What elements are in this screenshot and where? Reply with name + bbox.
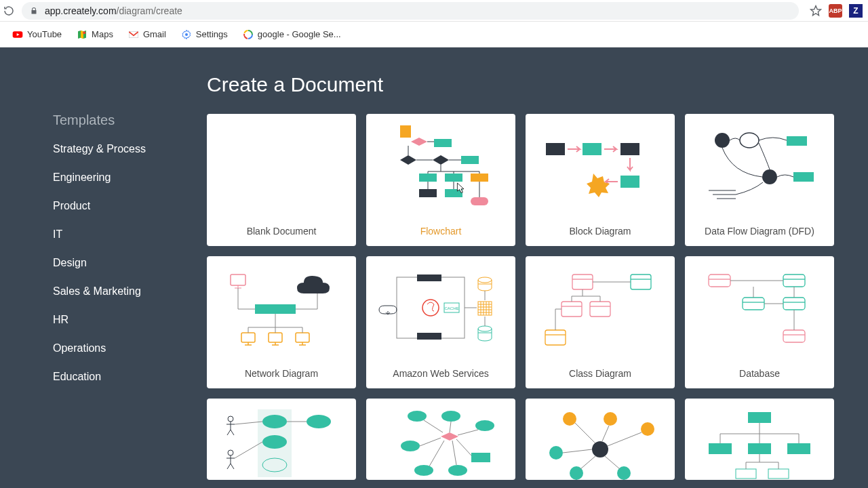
extension-z-icon[interactable]: Z bbox=[849, 4, 863, 18]
svg-point-7 bbox=[185, 33, 188, 36]
svg-rect-94 bbox=[572, 274, 593, 289]
template-card[interactable] bbox=[207, 399, 356, 480]
reload-icon[interactable] bbox=[3, 5, 15, 17]
svg-point-151 bbox=[414, 465, 433, 476]
svg-point-139 bbox=[262, 435, 287, 449]
template-card[interactable] bbox=[366, 399, 515, 480]
svg-line-170 bbox=[563, 449, 592, 453]
svg-line-136 bbox=[227, 464, 231, 469]
svg-rect-80 bbox=[478, 302, 492, 315]
template-network-diagram[interactable]: Network Diagram bbox=[207, 256, 356, 388]
svg-rect-107 bbox=[545, 330, 566, 345]
sidebar-item-operations[interactable]: Operations bbox=[53, 342, 193, 354]
template-label: Amazon Web Services bbox=[366, 361, 515, 388]
svg-rect-183 bbox=[768, 469, 789, 479]
sidebar-item-hr[interactable]: HR bbox=[53, 314, 193, 326]
svg-rect-173 bbox=[748, 412, 771, 423]
svg-rect-175 bbox=[748, 443, 771, 454]
sidebar-item-it[interactable]: IT bbox=[53, 228, 193, 241]
sidebar-item-education[interactable]: Education bbox=[53, 371, 193, 383]
page-title: Create a Document bbox=[207, 73, 833, 96]
svg-rect-18 bbox=[461, 156, 479, 164]
thumb-network bbox=[207, 256, 356, 361]
bookmark-google[interactable]: google - Google Se... bbox=[243, 29, 341, 40]
bookmark-settings[interactable]: Settings bbox=[181, 29, 228, 40]
svg-rect-23 bbox=[419, 174, 437, 182]
svg-line-171 bbox=[580, 456, 595, 469]
svg-point-43 bbox=[740, 133, 759, 148]
template-dfd[interactable]: Data Flow Diagram (DFD) bbox=[685, 114, 834, 246]
svg-line-155 bbox=[458, 430, 478, 435]
svg-rect-176 bbox=[787, 443, 810, 454]
svg-text:CACHE: CACHE bbox=[444, 306, 458, 310]
sidebar-item-strategy[interactable]: Strategy & Process bbox=[53, 143, 193, 155]
svg-marker-148 bbox=[441, 432, 458, 441]
svg-point-145 bbox=[408, 411, 427, 422]
svg-line-132 bbox=[231, 430, 234, 435]
template-blank-document[interactable]: Blank Document bbox=[207, 114, 356, 246]
thumb-dfd bbox=[685, 114, 834, 219]
svg-rect-40 bbox=[620, 176, 639, 188]
svg-marker-17 bbox=[433, 155, 449, 165]
google-icon bbox=[243, 29, 254, 40]
svg-marker-0 bbox=[811, 5, 821, 15]
svg-line-167 bbox=[575, 423, 595, 443]
svg-rect-38 bbox=[583, 143, 601, 155]
svg-line-168 bbox=[602, 426, 609, 441]
svg-rect-31 bbox=[419, 189, 437, 197]
svg-rect-39 bbox=[620, 143, 639, 155]
bookmark-gmail[interactable]: Gmail bbox=[128, 29, 166, 40]
svg-rect-37 bbox=[546, 143, 565, 155]
svg-rect-24 bbox=[445, 174, 462, 182]
bookmark-star-icon[interactable] bbox=[810, 5, 822, 17]
thumb-usecase bbox=[207, 399, 356, 487]
sidebar-heading: Templates bbox=[53, 113, 193, 128]
svg-rect-98 bbox=[561, 302, 582, 317]
url-text: app.creately.com/diagram/create bbox=[45, 5, 182, 16]
sidebar-item-sales[interactable]: Sales & Marketing bbox=[53, 285, 193, 298]
svg-line-172 bbox=[605, 456, 620, 469]
template-aws[interactable]: CACHE bbox=[366, 256, 515, 388]
template-card[interactable] bbox=[685, 399, 834, 480]
bookmark-maps[interactable]: Maps bbox=[77, 29, 113, 40]
svg-point-162 bbox=[641, 422, 654, 436]
svg-line-159 bbox=[452, 441, 456, 465]
bookmark-label: Gmail bbox=[143, 29, 166, 39]
bookmarks-bar: YouTube Maps Gmail Settings google - Goo… bbox=[0, 22, 868, 47]
sidebar-item-product[interactable]: Product bbox=[53, 200, 193, 212]
template-card[interactable] bbox=[526, 399, 675, 480]
template-block-diagram[interactable]: Block Diagram bbox=[526, 114, 675, 246]
adblock-extension-icon[interactable]: ABP bbox=[829, 4, 842, 18]
template-label: Data Flow Diagram (DFD) bbox=[685, 219, 834, 246]
template-class-diagram[interactable]: Class Diagram bbox=[526, 256, 675, 388]
svg-point-152 bbox=[448, 465, 467, 476]
svg-rect-66 bbox=[296, 333, 309, 342]
svg-line-169 bbox=[608, 432, 642, 446]
svg-rect-12 bbox=[400, 125, 411, 138]
svg-rect-150 bbox=[471, 453, 490, 462]
template-database[interactable]: Database bbox=[685, 256, 834, 388]
svg-rect-96 bbox=[631, 274, 651, 289]
cursor-icon bbox=[456, 182, 467, 195]
main-content: Create a Document Blank Document bbox=[193, 47, 868, 488]
thumb-class bbox=[526, 256, 675, 361]
sidebar-item-design[interactable]: Design bbox=[53, 257, 193, 269]
svg-rect-100 bbox=[590, 302, 610, 317]
sidebar-item-engineering[interactable]: Engineering bbox=[53, 171, 193, 184]
bookmark-label: Maps bbox=[92, 29, 113, 39]
bookmark-youtube[interactable]: YouTube bbox=[12, 29, 62, 40]
svg-rect-73 bbox=[417, 274, 441, 281]
thumb-flowchart bbox=[366, 114, 515, 219]
lock-icon bbox=[30, 6, 38, 16]
thumb-block bbox=[526, 114, 675, 219]
template-label: Flowchart bbox=[366, 219, 515, 246]
bookmark-label: Settings bbox=[196, 29, 228, 39]
svg-point-164 bbox=[592, 441, 608, 458]
template-label: Network Diagram bbox=[207, 361, 356, 388]
thumb-mindmap bbox=[366, 399, 515, 487]
address-bar[interactable]: app.creately.com/diagram/create bbox=[22, 2, 799, 20]
svg-point-149 bbox=[401, 441, 420, 451]
template-flowchart[interactable]: Flowchart bbox=[366, 114, 515, 246]
bookmark-label: YouTube bbox=[27, 29, 62, 39]
svg-point-161 bbox=[604, 412, 617, 426]
